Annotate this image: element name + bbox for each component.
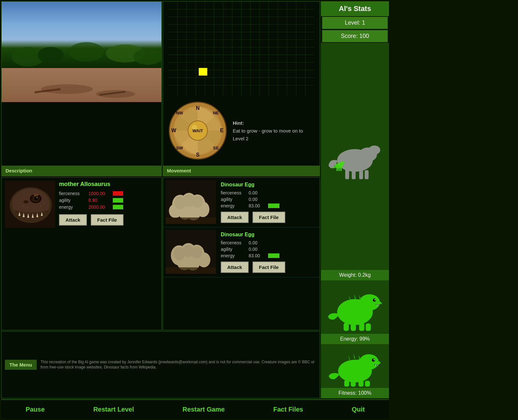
egg2-attack-button[interactable]: Attack: [221, 262, 249, 273]
eggs-panel: Dinosaur Egg fierceness 0.00 agility 0.0…: [163, 177, 320, 330]
restart-level-button[interactable]: Restart Level: [93, 406, 134, 413]
svg-rect-75: [344, 380, 349, 387]
hint-title: Hint:: [233, 119, 315, 127]
egg2-energy-value: 83.00: [249, 253, 265, 258]
egg1-energy-row: energy 83.00: [221, 203, 315, 208]
egg1-attack-button[interactable]: Attack: [221, 212, 249, 223]
egg1-agility-row: agility 0.00: [221, 197, 315, 202]
hint-body: Eat to grow - grow to move on to Level 2: [233, 127, 315, 143]
egg2-details: Dinosaur Egg fierceness 0.00 agility 0.0…: [219, 230, 317, 274]
svg-rect-103: [166, 217, 216, 224]
egg2-agility-label: agility: [221, 247, 247, 252]
egg2-energy-label: energy: [221, 253, 247, 258]
egg2-energy-bar: [268, 253, 279, 258]
svg-text:N: N: [196, 105, 200, 111]
energy-value: 2000.00: [88, 204, 110, 210]
al-dino-svg: [324, 131, 386, 181]
creature-image: [5, 181, 55, 228]
svg-rect-56: [365, 170, 369, 179]
fierceness-label: fierceness: [59, 191, 87, 196]
svg-point-5: [41, 84, 93, 94]
svg-text:SW: SW: [176, 146, 183, 150]
quit-button[interactable]: Quit: [352, 406, 365, 413]
stats-panel: Al's Stats Level: 1 Score: 100: [321, 1, 389, 398]
egg1-fierceness-value: 0.00: [249, 190, 265, 195]
egg1-image: [166, 180, 216, 224]
dino-image-2: [321, 280, 389, 334]
egg2-agility-value: 0.00: [249, 247, 265, 252]
energy-bar: Energy: 99%: [321, 334, 389, 344]
egg2-row: Dinosaur Egg fierceness 0.00 agility 0.0…: [163, 228, 320, 277]
menu-button[interactable]: The Menu: [5, 360, 37, 370]
egg1-factfile-button[interactable]: Fact File: [253, 212, 285, 223]
svg-point-88: [27, 207, 28, 208]
egg2-energy-row: energy 83.00: [221, 253, 315, 258]
svg-point-66: [374, 299, 376, 300]
compass[interactable]: N S E W NE NW SE SW WAIT: [168, 101, 228, 161]
egg1-row: Dinosaur Egg fierceness 0.00 agility 0.0…: [163, 178, 320, 228]
svg-point-52: [369, 146, 380, 155]
egg1-svg: [166, 180, 216, 224]
svg-text:S: S: [196, 152, 200, 158]
grid-section: [163, 2, 320, 96]
description-bar: Description: [2, 166, 161, 176]
egg2-agility-row: agility 0.00: [221, 247, 315, 252]
egg2-fierceness-row: fierceness 0.00: [221, 240, 315, 245]
svg-rect-76: [351, 381, 356, 387]
egg1-fierceness-row: fierceness 0.00: [221, 190, 315, 195]
creature-factfile-button[interactable]: Fact File: [91, 214, 124, 226]
creature-attack-button[interactable]: Attack: [59, 214, 87, 226]
agility-value: 0.90: [88, 198, 110, 203]
svg-rect-36: [199, 68, 207, 76]
agility-row: agility 0.90: [59, 198, 158, 203]
svg-point-113: [192, 247, 202, 258]
svg-rect-55: [359, 169, 363, 179]
restart-game-button[interactable]: Restart Game: [182, 406, 225, 413]
svg-rect-78: [365, 381, 370, 387]
fierceness-value: 1000.00: [88, 191, 110, 196]
weight-bar: Weight: 0.2kg: [321, 270, 389, 280]
svg-text:NE: NE: [213, 111, 219, 115]
stats-level: Level: 1: [322, 17, 388, 29]
creature-actions: Attack Fact File: [59, 214, 158, 226]
svg-rect-61: [338, 168, 340, 171]
egg1-name: Dinosaur Egg: [221, 182, 315, 188]
svg-text:SE: SE: [213, 146, 219, 150]
al-dino-image: [321, 43, 389, 270]
svg-point-102: [192, 196, 203, 208]
svg-rect-69: [359, 323, 364, 331]
egg2-factfile-button[interactable]: Fact File: [253, 262, 285, 273]
svg-rect-54: [352, 170, 356, 179]
svg-point-87: [22, 205, 24, 207]
egg2-svg: [166, 230, 216, 274]
grid-svg: [163, 2, 320, 96]
svg-rect-60: [336, 168, 338, 171]
egg2-fierceness-value: 0.00: [249, 240, 265, 245]
svg-rect-70: [366, 323, 371, 331]
allosaurus-svg: [5, 181, 55, 228]
scene-svg: [2, 2, 161, 102]
svg-text:W: W: [171, 128, 176, 133]
dino-svg-2: [324, 281, 386, 333]
fierceness-row: fierceness 1000.00: [59, 191, 158, 196]
dino-image-3: [321, 344, 389, 388]
svg-rect-114: [166, 267, 216, 274]
svg-point-4: [134, 49, 162, 65]
svg-point-84: [34, 196, 38, 200]
egg2-image: [166, 230, 216, 274]
egg1-energy-label: energy: [221, 203, 247, 208]
agility-bar: [113, 198, 123, 203]
svg-rect-62: [340, 168, 342, 171]
map-panel: N S E W NE NW SE SW WAIT Hint: Eat to gr…: [163, 1, 320, 176]
energy-row: energy 2000.00: [59, 204, 158, 210]
pause-button[interactable]: Pause: [26, 406, 45, 413]
egg1-energy-value: 83.00: [249, 203, 265, 208]
egg1-actions: Attack Fact File: [221, 212, 315, 223]
egg1-details: Dinosaur Egg fierceness 0.00 agility 0.0…: [219, 180, 317, 225]
fact-files-button[interactable]: Fact Files: [273, 406, 303, 413]
fierceness-bar: [113, 191, 123, 196]
creature-panel: mother Allosaurus fierceness 1000.00 agi…: [1, 177, 162, 330]
energy-label: energy: [59, 204, 87, 210]
svg-point-59: [341, 161, 345, 164]
svg-point-85: [36, 197, 38, 198]
